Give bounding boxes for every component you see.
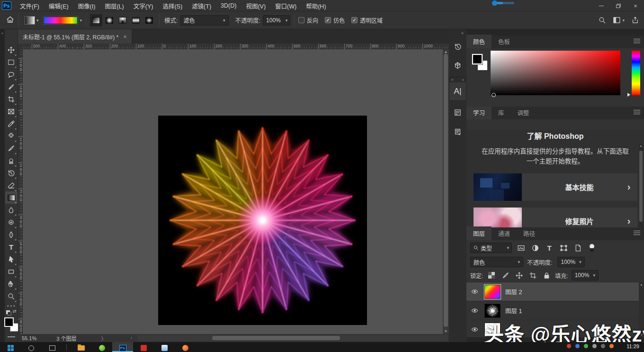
filter-toggle-icon[interactable] [587,243,597,253]
horizontal-scrollbar[interactable]: ‹ [137,335,448,341]
menu-item[interactable]: 帮助(H) [301,0,331,11]
collapse-dock-icon[interactable]: « [458,29,466,37]
foreground-background-swatches[interactable] [4,317,18,332]
zoom-tool[interactable] [5,290,18,302]
character-panel-icon[interactable]: A| [449,82,466,100]
menu-item[interactable]: 选择(S) [158,0,187,11]
linear-gradient-button[interactable] [90,14,102,27]
history-panel-icon[interactable] [451,40,465,53]
close-float-icon[interactable]: × [462,78,464,82]
fill-select[interactable]: 100%▾ [572,270,599,280]
tray-icon[interactable] [584,344,588,348]
expand-icon[interactable]: » [451,78,453,82]
angle-gradient-button[interactable] [116,14,129,27]
dodge-tool[interactable] [5,216,18,228]
color-field[interactable] [491,51,620,95]
tab-close-icon[interactable]: × [123,33,127,40]
menu-item[interactable]: 滤镜(T) [187,0,216,11]
lasso-tool[interactable] [5,68,18,81]
pen-tool[interactable] [5,228,18,241]
minimize-button[interactable] [593,0,610,11]
menu-item[interactable]: 视图(V) [241,0,270,11]
tray-icon[interactable] [575,344,580,348]
vertical-ruler[interactable]: 2001000100200300400500600700800 [18,49,23,334]
brush-tool[interactable] [5,142,18,154]
restore-button[interactable] [610,0,627,11]
reflected-gradient-button[interactable] [130,14,142,27]
hand-tool[interactable] [5,278,18,290]
blend-mode-select[interactable]: 滤色▾ [180,15,229,26]
zoom-level[interactable]: 55.1% [22,335,36,341]
taskbar-app-blue-icon[interactable] [154,342,175,352]
hue-slider[interactable] [632,51,640,95]
taskbar-search-icon[interactable] [21,342,42,352]
layers-opacity-select[interactable]: 100%▾ [557,257,584,267]
document-tab[interactable]: 未标题-1 @ 55.1% (图层 2, RGB/8#) * × [18,29,132,44]
tray-icon[interactable] [601,344,605,348]
visibility-eye-icon[interactable] [469,307,480,314]
vertical-scroll-thumb[interactable] [444,54,448,327]
checkbox-box[interactable]: ✓ [325,17,331,23]
layer-filter-select[interactable]: 类型▾ [470,243,512,253]
lock-position-icon[interactable] [514,270,524,280]
visibility-eye-icon[interactable] [469,288,480,295]
crop-tool[interactable] [5,93,18,105]
clone-stamp-tool[interactable] [5,154,18,167]
eraser-tool[interactable] [5,179,18,191]
filter-type-icon[interactable]: T [544,243,555,253]
learn-tab-3[interactable]: 调整 [511,107,536,119]
move-tool[interactable] [5,44,18,56]
3d-panel-icon[interactable] [451,59,465,72]
properties-panel-icon[interactable] [451,106,465,119]
checkbox-仿色[interactable]: ✓仿色 [325,16,345,24]
paragraph-panel-icon[interactable] [451,125,465,138]
menu-item[interactable]: 文字(Y) [129,0,158,11]
horizontal-ruler[interactable]: 5004003002001000100200300400500600700800… [18,44,449,49]
learn-tab-1[interactable]: 学习 [466,107,492,119]
status-chevron-icon[interactable]: 〉 [101,334,106,342]
learn-card-basic-skills[interactable]: 基本技能 › [474,173,637,201]
layers-tab-3[interactable]: 路径 [517,226,542,240]
home-icon[interactable] [6,15,15,26]
gradient-picker[interactable]: ▾ [44,17,82,24]
color-tab-2[interactable]: 色板 [492,35,517,48]
tray-icon[interactable] [609,344,614,348]
layer-name[interactable]: 图层 2 [505,287,522,296]
clock[interactable]: 11:29 [626,343,639,349]
shape-tool[interactable] [5,265,18,278]
horizontal-scroll-thumb[interactable] [212,336,340,340]
lock-transparency-icon[interactable] [486,270,497,280]
path-select-tool[interactable] [5,253,18,265]
recorder-slider[interactable] [492,2,514,4]
panel-menu-icon[interactable] [634,231,640,235]
marquee-tool[interactable] [5,56,18,68]
expand-chevron-icon[interactable]: » [0,31,5,36]
close-button[interactable]: × [627,0,644,11]
taskbar-app-red-icon[interactable] [133,342,154,352]
eyedropper-tool[interactable] [5,117,18,130]
lock-artboard-icon[interactable] [528,270,538,280]
blend-mode-select-layers[interactable]: 颜色▾ [470,257,523,267]
checkbox-透明区域[interactable]: ✓透明区域 [351,16,383,24]
taskbar-photoshop-icon[interactable]: Ps [112,342,133,352]
file-explorer-icon[interactable] [71,342,91,352]
color-tab-1[interactable]: 颜色 [466,35,492,48]
vertical-scrollbar[interactable]: ▲ ▼ [443,49,449,334]
edit-toolbar-icon[interactable]: ● ● ● [7,304,15,307]
layer-row[interactable]: 图层 2 [466,282,644,301]
frame-tool[interactable] [5,105,18,117]
share-icon[interactable] [631,16,639,24]
opacity-select[interactable]: 100%▾ [263,15,290,26]
history-brush-tool[interactable] [5,167,18,179]
panel-menu-icon[interactable] [634,110,640,115]
search-icon[interactable] [598,16,606,24]
learn-scrollbar[interactable]: ▲▼ [639,144,643,227]
healing-tool[interactable] [5,130,18,142]
color-field-marker[interactable] [492,93,496,97]
radial-gradient-button[interactable] [103,14,116,27]
task-view-icon[interactable] [42,342,63,352]
color-swatches[interactable] [472,54,491,73]
menu-item[interactable]: 3D(D) [216,0,241,11]
filter-image-icon[interactable] [516,243,526,253]
layer-name[interactable]: 图层 1 [505,306,522,315]
